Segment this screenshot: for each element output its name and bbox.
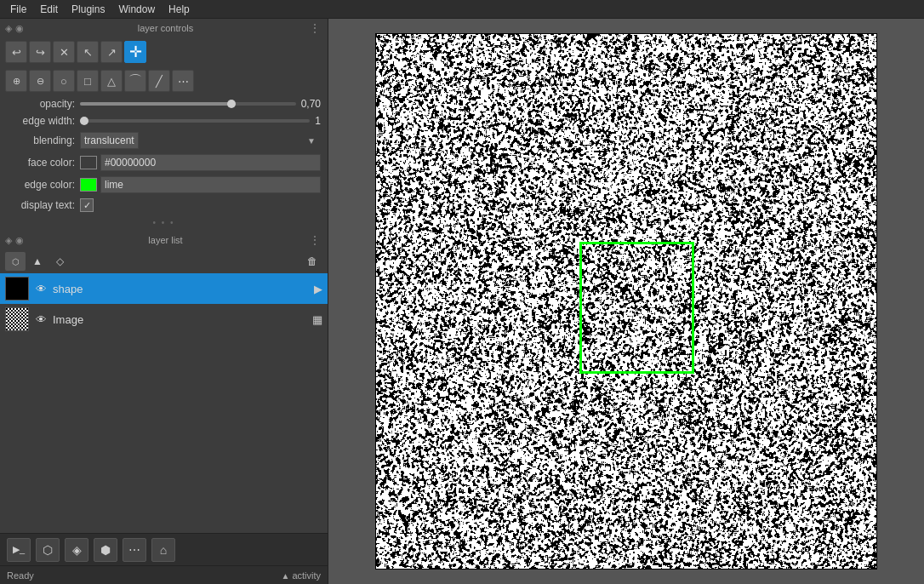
edge-color-label: edge color: <box>7 179 75 191</box>
new-shape-btn[interactable]: ▲ <box>27 252 48 271</box>
edge-width-label: edge width: <box>7 115 75 127</box>
menu-plugins[interactable]: Plugins <box>65 2 111 17</box>
link-shapes-btn[interactable]: ⊕ <box>5 70 27 92</box>
opacity-slider-container: 0,70 <box>80 98 321 110</box>
triangle-tool-btn[interactable]: △ <box>100 70 123 92</box>
face-color-row: face color: <box>0 152 328 174</box>
console-btn[interactable]: ▶_ <box>7 538 31 562</box>
layer-controls-title: layer controls <box>138 23 193 33</box>
edge-width-row: edge width: 1 <box>0 112 328 129</box>
arrow-ul-btn[interactable]: ↖ <box>77 41 99 63</box>
delete-layer-btn[interactable]: 🗑 <box>302 252 322 271</box>
list-expand-icon: ◉ <box>15 235 24 246</box>
blending-dropdown-wrapper: translucent normal multiply screen ▼ <box>80 132 321 149</box>
main-area: ◈ ◉ layer controls ⋮ ↩ ↪ ✕ ↖ ↗ ✛ ⊕ ⊖ ○ □ <box>0 19 924 584</box>
status-activity[interactable]: ▲ activity <box>281 570 321 581</box>
move-btn[interactable]: ✛ <box>124 41 146 63</box>
list-pin-icon: ◈ <box>5 235 12 246</box>
layer-controls-header: ◈ ◉ layer controls ⋮ <box>0 19 328 37</box>
panel-pin-icon: ◈ <box>5 23 12 34</box>
left-panel: ◈ ◉ layer controls ⋮ ↩ ↪ ✕ ↖ ↗ ✛ ⊕ ⊖ ○ □ <box>0 19 328 584</box>
image-visibility-btn[interactable]: 👁 <box>32 311 49 328</box>
menu-file[interactable]: File <box>3 2 33 17</box>
blending-label: blending: <box>7 135 75 146</box>
divider-dots: • • • <box>0 215 328 231</box>
grid3-btn[interactable]: ⬢ <box>94 538 117 562</box>
home-btn[interactable]: ⌂ <box>151 538 175 562</box>
status-ready: Ready <box>7 570 34 581</box>
unlink-shapes-btn[interactable]: ⊖ <box>29 70 51 92</box>
canvas-wrapper <box>375 33 877 570</box>
pen-tool-btn[interactable]: ╱ <box>148 70 170 92</box>
blending-row: blending: translucent normal multiply sc… <box>0 129 328 152</box>
layer-list-title: layer list <box>148 235 182 245</box>
edge-color-input[interactable] <box>100 176 321 193</box>
image-layer-icon: ▦ <box>312 313 322 326</box>
edge-width-slider[interactable] <box>80 119 310 123</box>
layer-list-toolbar: ⬡ ▲ ◇ 🗑 <box>0 249 328 273</box>
edge-width-value: 1 <box>315 115 321 127</box>
list-dots-right[interactable]: ⋮ <box>307 233 322 247</box>
layer-shape[interactable]: 👁 shape ▶ <box>0 273 328 304</box>
display-text-row: display text: ✓ <box>0 196 328 215</box>
redo-btn[interactable]: ↪ <box>29 41 51 63</box>
panel-expand-icon: ◉ <box>15 23 24 34</box>
menu-help[interactable]: Help <box>162 2 197 17</box>
circle-tool-btn[interactable]: ○ <box>53 70 75 92</box>
layer-list-panel: ◈ ◉ layer list ⋮ ⬡ ▲ ◇ 🗑 👁 shape ▶ <box>0 231 328 533</box>
shape-layer-icon: ▶ <box>314 283 322 295</box>
image-thumb <box>5 307 29 331</box>
panel-dots-right[interactable]: ⋮ <box>307 21 322 35</box>
edge-color-row: edge color: <box>0 174 328 196</box>
tools-row-2: ⊕ ⊖ ○ □ △ ⌒ ╱ ⋯ <box>0 66 328 95</box>
edge-color-swatch[interactable] <box>80 178 97 192</box>
tools-row-1: ↩ ↪ ✕ ↖ ↗ ✛ <box>0 37 328 66</box>
activity-label: activity <box>292 570 321 581</box>
rect-tool-btn[interactable]: □ <box>77 70 99 92</box>
undo-btn[interactable]: ↩ <box>5 41 27 63</box>
bottom-toolbar: ▶_ ⬡ ◈ ⬢ ⋯ ⌂ <box>0 533 328 565</box>
opacity-slider[interactable] <box>80 102 296 106</box>
shape-visibility-btn[interactable]: 👁 <box>32 280 49 297</box>
statusbar: Ready ▲ activity <box>0 565 328 584</box>
opacity-row: opacity: 0,70 <box>0 95 328 112</box>
face-color-input[interactable] <box>100 154 321 171</box>
grid1-btn[interactable]: ⬡ <box>36 538 60 562</box>
dots-btn[interactable]: ⋯ <box>123 538 146 562</box>
arrow-ur-btn[interactable]: ↗ <box>100 41 123 63</box>
layer-image[interactable]: 👁 Image ▦ <box>0 304 328 335</box>
shape-thumb <box>5 277 29 301</box>
blending-arrow-icon: ▼ <box>307 136 316 146</box>
caret-icon: ▲ <box>281 571 289 581</box>
blending-select[interactable]: translucent normal multiply screen <box>80 132 139 149</box>
new-points-btn[interactable]: ⬡ <box>5 252 26 271</box>
grid2-btn[interactable]: ◈ <box>65 538 88 562</box>
opacity-label: opacity: <box>7 98 75 110</box>
display-text-checkbox[interactable]: ✓ <box>80 198 94 212</box>
opacity-value: 0,70 <box>301 98 321 110</box>
display-text-label: display text: <box>7 199 75 211</box>
face-color-swatch[interactable] <box>80 156 97 169</box>
canvas-area[interactable] <box>328 19 924 584</box>
freehand-tool-btn[interactable]: ⌒ <box>124 70 146 92</box>
layer-list-header: ◈ ◉ layer list ⋮ <box>0 231 328 249</box>
shape-layer-name: shape <box>53 283 311 295</box>
image-layer-name: Image <box>53 313 309 326</box>
menu-window[interactable]: Window <box>111 2 162 17</box>
layer-controls-panel: ◈ ◉ layer controls ⋮ ↩ ↪ ✕ ↖ ↗ ✛ ⊕ ⊖ ○ □ <box>0 19 328 231</box>
menubar: File Edit Plugins Window Help <box>0 0 924 19</box>
menu-edit[interactable]: Edit <box>33 2 65 17</box>
delete-btn[interactable]: ✕ <box>53 41 75 63</box>
image-canvas <box>375 33 877 570</box>
face-color-label: face color: <box>7 157 75 169</box>
edge-width-slider-container: 1 <box>80 115 321 127</box>
path-tool-btn[interactable]: ⋯ <box>172 70 194 92</box>
new-label-btn[interactable]: ◇ <box>49 252 70 271</box>
